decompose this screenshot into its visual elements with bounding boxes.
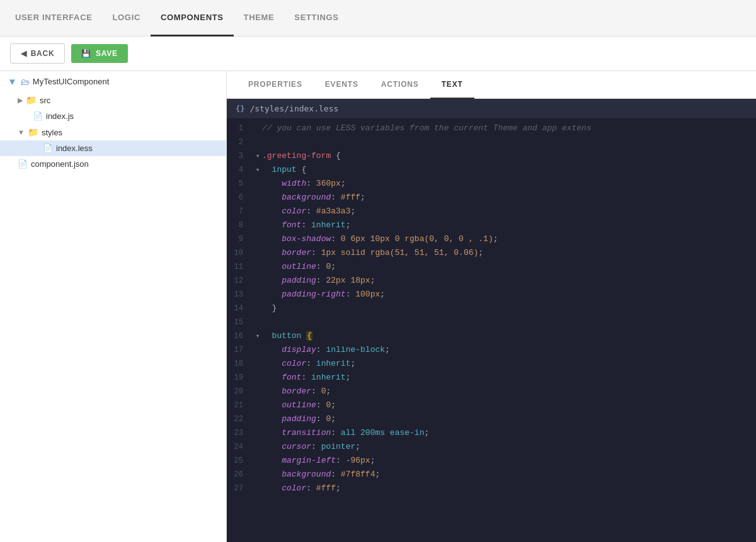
line-num-1: 1 — [227, 121, 253, 135]
back-arrow-icon: ◀ — [21, 49, 27, 58]
line-num-13: 13 — [227, 288, 253, 302]
tab-properties[interactable]: PROPERTIES — [237, 71, 314, 99]
line-num-18: 18 — [227, 357, 253, 371]
line-content-8: font: inherit; — [262, 218, 756, 232]
line-num-20: 20 — [227, 385, 253, 398]
line-num-26: 26 — [227, 468, 253, 482]
line-num-12: 12 — [227, 274, 253, 288]
file-code-icon: {} — [236, 104, 244, 113]
nav-item-components[interactable]: COMPONENTS — [151, 0, 234, 37]
code-line-15: 15 — [227, 315, 756, 329]
line-num-15: 15 — [227, 315, 253, 329]
code-line-13: 13 padding-right: 100px; — [227, 288, 756, 302]
code-line-1: 1 // you can use LESS variables from the… — [227, 121, 756, 135]
folder-chevron-icon-styles: ▼ — [18, 128, 25, 136]
code-line-6: 6 background: #fff; — [227, 191, 756, 205]
line-content-12: padding: 22px 18px; — [262, 274, 756, 288]
line-content-7: color: #a3a3a3; — [262, 205, 756, 218]
folder-open-icon: ▼ — [8, 76, 17, 87]
code-line-25: 25 margin-left: -96px; — [227, 454, 756, 468]
line-content-9: box-shadow: 0 6px 10px 0 rgba(0, 0, 0 , … — [262, 232, 756, 246]
file-icon-indexless: 📄 — [43, 144, 53, 153]
line-content-21: outline: 0; — [262, 398, 756, 412]
line-content-22: padding: 0; — [262, 412, 756, 426]
line-content-15 — [262, 315, 756, 329]
sidebar-item-indexless[interactable]: 📄 index.less — [0, 140, 226, 156]
line-num-16: 16 — [227, 329, 253, 343]
fold-dot-3: ▾ — [253, 149, 262, 163]
line-content-23: transition: all 200ms ease-in; — [262, 426, 756, 440]
back-button[interactable]: ◀ BACK — [10, 43, 65, 64]
sidebar-item-indexjs[interactable]: 📄 index.js — [0, 108, 226, 124]
componentjson-label: component.json — [31, 159, 89, 169]
line-num-23: 23 — [227, 426, 253, 440]
line-num-21: 21 — [227, 398, 253, 412]
line-content-18: color: inherit; — [262, 357, 756, 371]
line-num-2: 2 — [227, 135, 253, 149]
code-line-23: 23 transition: all 200ms ease-in; — [227, 426, 756, 440]
src-label: src — [40, 96, 50, 105]
file-icon-componentjson: 📄 — [18, 159, 28, 169]
line-num-24: 24 — [227, 440, 253, 454]
line-content-27: color: #fff; — [262, 482, 756, 495]
folder-icon-styles: 📁 — [28, 127, 38, 137]
sub-tabs: PROPERTIES EVENTS ACTIONS TEXT — [227, 71, 756, 99]
code-line-12: 12 padding: 22px 18px; — [227, 274, 756, 288]
line-num-9: 9 — [227, 232, 253, 246]
tab-actions[interactable]: ACTIONS — [370, 71, 430, 99]
line-content-26: background: #7f8ff4; — [262, 468, 756, 482]
fold-dot-4: ▾ — [253, 163, 262, 177]
line-num-8: 8 — [227, 218, 253, 232]
code-line-17: 17 display: inline-block; — [227, 343, 756, 357]
line-content-3: .greeting-form { — [262, 149, 756, 163]
nav-item-settings[interactable]: SETTINGS — [284, 0, 348, 37]
back-label: BACK — [31, 49, 55, 58]
tab-events[interactable]: EVENTS — [314, 71, 370, 99]
code-line-10: 10 border: 1px solid rgba(51, 51, 51, 0.… — [227, 246, 756, 260]
line-num-7: 7 — [227, 205, 253, 218]
code-line-11: 11 outline: 0; — [227, 260, 756, 274]
right-panel: PROPERTIES EVENTS ACTIONS TEXT {} /style… — [227, 71, 756, 542]
sidebar-item-src[interactable]: ▶ 📁 src — [0, 92, 226, 108]
sidebar-root[interactable]: ▼ 🗁 MyTestUIComponent — [0, 71, 226, 92]
file-path-text: /styles/index.less — [249, 104, 338, 113]
code-line-22: 22 padding: 0; — [227, 412, 756, 426]
line-content-5: width: 360px; — [262, 177, 756, 191]
file-path-bar: {} /styles/index.less — [227, 99, 756, 119]
line-num-19: 19 — [227, 371, 253, 385]
line-num-22: 22 — [227, 412, 253, 426]
line-content-16: button { — [262, 329, 756, 343]
line-num-5: 5 — [227, 177, 253, 191]
nav-item-ui[interactable]: USER INTERFACE — [5, 0, 103, 37]
nav-item-logic[interactable]: LOGIC — [103, 0, 151, 37]
code-line-7: 7 color: #a3a3a3; — [227, 205, 756, 218]
code-line-2: 2 — [227, 135, 756, 149]
code-line-16: 16 ▾ button { — [227, 329, 756, 343]
toolbar: ◀ BACK 💾 SAVE — [0, 37, 756, 71]
nav-item-theme[interactable]: THEME — [234, 0, 285, 37]
code-line-14: 14 } — [227, 302, 756, 315]
indexjs-label: index.js — [46, 111, 74, 121]
sidebar-item-styles[interactable]: ▼ 📁 styles — [0, 124, 226, 140]
code-line-5: 5 width: 360px; — [227, 177, 756, 191]
folder-chevron-icon: ▶ — [18, 96, 23, 104]
code-line-19: 19 font: inherit; — [227, 371, 756, 385]
line-content-6: background: #fff; — [262, 191, 756, 205]
save-label: SAVE — [96, 49, 118, 58]
line-num-6: 6 — [227, 191, 253, 205]
save-button[interactable]: 💾 SAVE — [71, 44, 127, 63]
line-content-4: input { — [262, 163, 756, 177]
main-layout: ▼ 🗁 MyTestUIComponent ▶ 📁 src 📄 index.js… — [0, 71, 756, 542]
line-num-17: 17 — [227, 343, 253, 357]
root-label: MyTestUIComponent — [33, 77, 109, 86]
line-content-1: // you can use LESS variables from the c… — [262, 121, 756, 135]
sidebar: ▼ 🗁 MyTestUIComponent ▶ 📁 src 📄 index.js… — [0, 71, 227, 542]
code-line-26: 26 background: #7f8ff4; — [227, 468, 756, 482]
sidebar-item-componentjson[interactable]: 📄 component.json — [0, 156, 226, 172]
line-content-20: border: 0; — [262, 385, 756, 398]
save-disk-icon: 💾 — [81, 49, 91, 58]
code-editor[interactable]: 1 // you can use LESS variables from the… — [227, 119, 756, 542]
code-line-20: 20 border: 0; — [227, 385, 756, 398]
tab-text[interactable]: TEXT — [430, 71, 474, 99]
code-line-3: 3 ▾ .greeting-form { — [227, 149, 756, 163]
